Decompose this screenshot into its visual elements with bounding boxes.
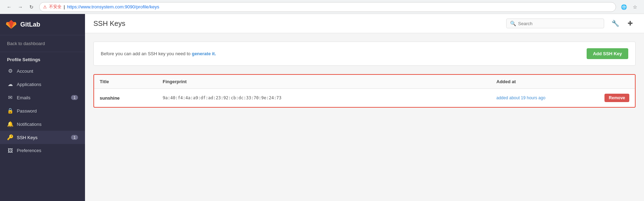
url-host: www.tronsystem.com:9090 [80,4,135,9]
sidebar-item-ssh-keys[interactable]: 🔑 SSH Keys 1 [0,131,85,144]
reload-button[interactable]: ↻ [27,2,36,12]
security-warning-icon: ⚠ [43,5,47,9]
sidebar-item-password[interactable]: 🔒 Password [0,104,85,117]
url-protocol: https:// [67,4,80,9]
ssh-keys-table: Title Fingerprint Added at sunshine 9a:4… [93,74,636,108]
column-title: Title [100,79,163,84]
search-input[interactable] [518,21,600,26]
wrench-button[interactable]: 🔧 [610,18,621,29]
sidebar-item-label: Preferences [17,148,41,153]
sidebar-item-label: Applications [17,82,41,87]
sidebar-item-label: SSH Keys [17,135,37,140]
notifications-icon: 🔔 [7,121,13,127]
sidebar-item-label: Emails [17,95,30,100]
table-header: Title Fingerprint Added at [94,75,635,89]
info-box: Before you can add an SSH key you need t… [93,42,636,66]
url-path: /profile/keys [135,4,159,9]
emails-icon: ✉ [7,94,13,101]
sidebar-item-emails[interactable]: ✉ Emails 1 [0,91,85,104]
account-icon: ⚙ [7,68,13,74]
key-title: sunshine [100,95,163,101]
password-icon: 🔒 [7,108,13,114]
main-content: SSH Keys 🔍 🔧 ✚ Before you can add an SSH… [85,14,644,201]
column-fingerprint: Fingerprint [163,79,496,84]
sidebar-item-preferences[interactable]: 🖼 Preferences [0,144,85,157]
translate-button[interactable]: 🌐 [619,2,629,12]
url-separator: | [64,4,65,9]
preferences-icon: 🖼 [7,148,13,153]
ssh-keys-icon: 🔑 [7,134,13,141]
sidebar-item-label: Password [17,108,37,114]
sidebar-item-label: Notifications [17,122,42,127]
address-bar[interactable]: ⚠ 不安全 | https://www.tronsystem.com:9090/… [39,2,616,12]
back-button[interactable]: ← [4,2,14,12]
sidebar-logo[interactable]: GitLab [0,14,85,35]
info-text: Before you can add an SSH key you need t… [101,51,216,56]
forward-button[interactable]: → [15,2,25,12]
column-added-at: Added at [496,79,587,84]
search-icon: 🔍 [510,21,516,26]
bookmark-button[interactable]: ☆ [630,2,640,12]
sidebar-item-account[interactable]: ⚙ Account [0,64,85,78]
column-actions [587,79,629,84]
applications-icon: ☁ [7,81,13,87]
sidebar: GitLab Back to dashboard Profile Setting… [0,14,85,201]
page-content: Before you can add an SSH key you need t… [85,33,644,116]
search-container[interactable]: 🔍 [506,19,604,28]
key-fingerprint: 9a:40:f4:4a:a9:df:ad:23:92:cb:dc:33:70:9… [163,95,496,100]
gitlab-logo-icon [6,19,17,30]
profile-settings-link[interactable]: Profile Settings [0,52,85,64]
generate-link[interactable]: generate it. [192,51,216,56]
add-ssh-key-button[interactable]: Add SSH Key [587,48,628,59]
emails-badge: 1 [71,95,78,100]
security-warning-text: 不安全 [49,4,62,10]
gitlab-logo-text: GitLab [20,21,40,28]
page-title: SSH Keys [93,20,501,28]
remove-key-button[interactable]: Remove [604,94,629,102]
sidebar-item-label: Account [17,69,33,74]
sidebar-item-applications[interactable]: ☁ Applications [0,78,85,91]
key-added-at: added about 19 hours ago [496,95,587,100]
url-display: https://www.tronsystem.com:9090/profile/… [67,4,159,9]
sidebar-item-notifications[interactable]: 🔔 Notifications [0,117,85,131]
ssh-keys-badge: 1 [71,135,78,140]
topbar: SSH Keys 🔍 🔧 ✚ [85,14,644,33]
plus-button[interactable]: ✚ [624,18,636,29]
browser-bar: ← → ↻ ⚠ 不安全 | https://www.tronsystem.com… [0,0,644,14]
back-to-dashboard[interactable]: Back to dashboard [0,35,85,52]
table-row: sunshine 9a:40:f4:4a:a9:df:ad:23:92:cb:d… [94,89,635,107]
